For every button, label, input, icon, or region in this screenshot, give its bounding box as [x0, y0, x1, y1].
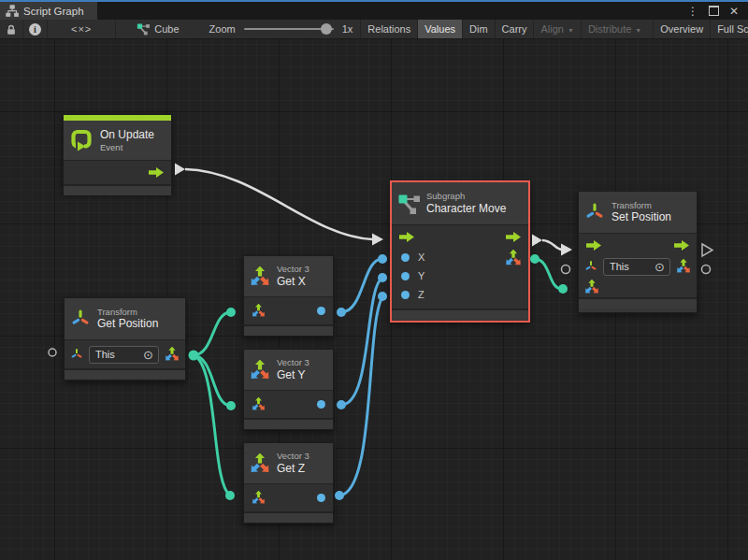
target-object-value: This	[95, 349, 115, 360]
zoom-slider[interactable]	[244, 28, 334, 30]
node-header: Transform Set Position	[579, 192, 697, 233]
object-picker-icon[interactable]: ⊙	[654, 261, 665, 273]
input-port-x-label: X	[418, 251, 424, 263]
node-category: Subgraph	[426, 191, 506, 202]
float-output-port[interactable]	[317, 307, 325, 315]
full-screen-button[interactable]: Full Screen	[710, 20, 748, 38]
tab-script-graph[interactable]: Script Graph	[0, 2, 97, 20]
node-footer	[244, 418, 333, 429]
node-body	[244, 296, 333, 324]
chevron-down-icon: ▼	[635, 27, 641, 34]
vector3-output-port[interactable]	[165, 347, 180, 362]
node-set-position[interactable]: Transform Set Position This ⊙	[578, 191, 698, 313]
dim-label: Dim	[469, 23, 488, 35]
node-footer	[64, 184, 171, 195]
vector3-input-port[interactable]	[584, 280, 599, 294]
window-menu-button[interactable]: ⋮	[685, 4, 700, 19]
node-character-move[interactable]: Subgraph Character Move X Y Z	[390, 180, 530, 323]
overview-label: Overview	[660, 23, 703, 35]
flow-input-port[interactable]	[586, 240, 601, 251]
node-body: This ⊙	[65, 339, 185, 368]
tab-title: Script Graph	[23, 6, 84, 17]
zoom-control: Zoom 1x	[202, 20, 361, 38]
target-object-field[interactable]: This ⊙	[89, 346, 159, 364]
vector3-output-port[interactable]	[676, 259, 691, 274]
input-port-x[interactable]	[401, 253, 410, 262]
flow-output-port[interactable]	[674, 240, 689, 251]
chevron-down-icon: ▼	[568, 27, 574, 34]
transform-input-port[interactable]	[70, 348, 83, 361]
info-icon: i	[29, 23, 41, 36]
flow-output-port[interactable]	[149, 167, 164, 178]
node-get-x[interactable]: Vector 3 Get X	[243, 255, 334, 337]
node-body: X Y Z	[392, 224, 528, 309]
node-category: Transform	[97, 307, 158, 318]
float-output-port[interactable]	[317, 494, 325, 502]
flow-input-port[interactable]	[399, 232, 414, 242]
window-controls: ⋮ ✕	[685, 2, 748, 20]
vector3-icon	[250, 453, 270, 474]
input-port-y-label: Y	[418, 270, 424, 281]
transform-input-port[interactable]	[584, 260, 597, 273]
lock-icon	[6, 23, 17, 36]
align-dropdown[interactable]: Align ▼	[533, 20, 580, 38]
graph-owner-label: Cube	[154, 23, 179, 35]
target-object-field[interactable]: This ⊙	[603, 258, 670, 276]
node-header: On Update Event	[64, 121, 171, 160]
node-body	[64, 160, 171, 184]
vector3-icon	[250, 360, 270, 381]
overview-button[interactable]: Overview	[653, 20, 710, 38]
zoom-label: Zoom	[209, 23, 236, 35]
vector3-input-port[interactable]	[252, 304, 266, 318]
node-title: On Update	[100, 128, 154, 142]
node-body: This ⊙	[579, 233, 697, 297]
relations-button[interactable]: Relations	[360, 20, 417, 38]
vector3-icon	[250, 266, 270, 287]
object-picker-icon[interactable]: ⊙	[143, 349, 153, 361]
node-header: Vector 3 Get X	[244, 256, 333, 296]
graph-toolbar: i <×> Cube Zoom 1x Relations Values Dim …	[0, 20, 748, 39]
vector3-input-port[interactable]	[252, 397, 266, 411]
graph-asset-icon	[137, 22, 150, 36]
toolbar-toggle-group: Relations Values Dim Carry Align ▼ Distr…	[360, 20, 748, 38]
transform-icon	[584, 202, 605, 223]
vector3-output-port[interactable]	[505, 250, 522, 266]
inspect-button[interactable]: i	[23, 20, 48, 38]
node-footer	[65, 368, 185, 380]
tab-bar: Script Graph ⋮ ✕	[0, 2, 748, 20]
input-port-z-label: Z	[418, 289, 424, 300]
node-category: Transform	[611, 200, 671, 211]
input-port-z[interactable]	[401, 291, 410, 299]
close-button[interactable]: ✕	[726, 4, 741, 19]
dim-button[interactable]: Dim	[462, 20, 495, 38]
relations-label: Relations	[367, 23, 410, 35]
node-get-y[interactable]: Vector 3 Get Y	[243, 349, 334, 430]
distribute-label: Distribute	[588, 23, 631, 35]
distribute-dropdown[interactable]: Distribute ▼	[581, 20, 648, 38]
lock-button[interactable]	[0, 20, 23, 38]
full-screen-label: Full Screen	[717, 23, 748, 35]
node-footer	[392, 309, 528, 320]
node-get-position[interactable]: Transform Get Position This ⊙	[64, 297, 186, 381]
input-port-y[interactable]	[401, 272, 410, 280]
target-object-value: This	[610, 261, 629, 272]
values-button[interactable]: Values	[417, 20, 462, 38]
node-category: Vector 3	[277, 357, 309, 368]
maximize-button[interactable]	[706, 4, 721, 19]
subgraph-icon	[397, 193, 420, 215]
node-on-update[interactable]: On Update Event	[63, 114, 172, 193]
vector3-input-port[interactable]	[252, 491, 266, 505]
node-body	[244, 390, 333, 418]
float-output-port[interactable]	[317, 400, 325, 409]
edit-graph-button[interactable]: <×>	[48, 20, 116, 38]
node-category: Vector 3	[277, 264, 309, 275]
graph-breadcrumb[interactable]: Cube	[129, 20, 186, 38]
zoom-slider-handle[interactable]	[321, 23, 332, 35]
flow-output-port[interactable]	[506, 232, 521, 242]
node-category: Vector 3	[277, 451, 309, 462]
node-get-z[interactable]: Vector 3 Get Z	[243, 442, 334, 524]
node-title: Get Position	[97, 317, 158, 331]
on-update-loop-icon	[69, 128, 94, 152]
node-header: Subgraph Character Move	[392, 182, 528, 224]
carry-button[interactable]: Carry	[495, 20, 534, 38]
